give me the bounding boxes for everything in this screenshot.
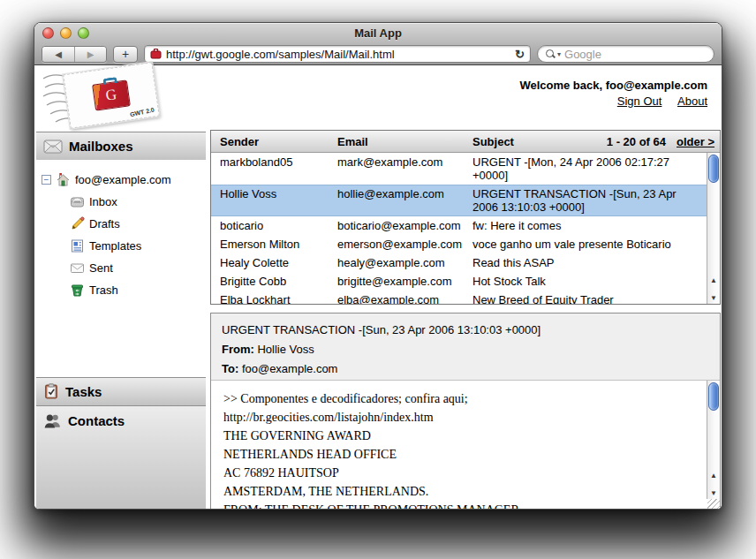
site-favicon-icon <box>150 49 162 59</box>
cell-subject: Read this ASAP <box>472 256 707 269</box>
search-placeholder: Google <box>564 48 601 61</box>
cell-subject: URGENT -[Mon, 24 Apr 2006 02:17:27 +0000… <box>472 155 707 182</box>
tasks-clipboard-icon <box>43 383 59 399</box>
sign-out-link[interactable]: Sign Out <box>617 94 662 108</box>
forward-button[interactable]: ▶ <box>74 47 106 62</box>
search-icon <box>545 49 556 59</box>
back-icon: ◀ <box>55 49 62 59</box>
url-text: http://gwt.google.com/samples/Mail/Mail.… <box>166 48 510 61</box>
browser-toolbar: ◀ ▶ + http://gwt.google.com/samples/Mail… <box>34 43 722 65</box>
mailboxes-tree: − foo@example.com <box>36 160 206 377</box>
tasks-title: Tasks <box>65 384 102 399</box>
cell-email: hollie@example.com <box>337 187 472 214</box>
new-tab-button[interactable]: + <box>113 46 138 63</box>
close-window-button[interactable] <box>42 27 54 39</box>
cell-sender: Emerson Milton <box>211 238 337 251</box>
tree-item-sent[interactable]: Sent <box>42 257 206 279</box>
search-chevron-icon: ▾ <box>557 50 561 58</box>
tree-item-trash[interactable]: Trash <box>42 279 206 301</box>
mail-row[interactable]: boticario boticario@example.com fw: Here… <box>211 216 707 235</box>
scroll-down-icon[interactable]: ▼ <box>710 490 717 497</box>
mail-row[interactable]: Elba Lockhart elba@example.com New Breed… <box>211 291 707 304</box>
mail-row[interactable]: markboland05 mark@example.com URGENT -[M… <box>211 153 707 185</box>
cell-email: elba@example.com <box>337 293 472 304</box>
minimize-window-button[interactable] <box>60 27 72 39</box>
address-bar[interactable]: http://gwt.google.com/samples/Mail/Mail.… <box>144 45 531 63</box>
zoom-window-button[interactable] <box>78 27 89 39</box>
sidebar-section-tasks[interactable]: Tasks <box>36 377 206 405</box>
message-body-pane[interactable]: >> Componentes e decodificadores; confir… <box>211 381 720 510</box>
gwt-logo-stamp: G GWT 2.0 <box>63 62 160 129</box>
welcome-text: Welcome back, foo@example.com <box>519 79 707 92</box>
message-body-scrollbar[interactable]: ▲ ▼ <box>707 381 720 499</box>
back-button[interactable]: ◀ <box>42 47 74 62</box>
message-detail-panel: URGENT TRANSACTION -[Sun, 23 Apr 2006 13… <box>210 313 721 510</box>
mail-list-header: Sender Email Subject 1 - 20 of 64 older … <box>211 131 720 153</box>
scrollbar-thumb[interactable] <box>708 155 719 183</box>
tree-item-account[interactable]: − foo@example.com <box>42 169 206 191</box>
app-content: G GWT 2.0 Welcome back, foo@example.com … <box>34 66 722 509</box>
sidebar-section-mailboxes[interactable]: Mailboxes <box>36 132 206 160</box>
logo-caption: GWT 2.0 <box>130 106 155 117</box>
folder-label: Trash <box>89 283 118 297</box>
scroll-up-icon[interactable]: ▲ <box>710 472 717 480</box>
mail-list-scrollbar[interactable]: ▲ ▼ <box>707 153 720 304</box>
mailboxes-envelope-icon <box>43 140 63 154</box>
cell-email: boticario@example.com <box>337 219 472 232</box>
plus-icon: + <box>122 47 129 61</box>
message-subject: URGENT TRANSACTION -[Sun, 23 Apr 2006 13… <box>222 321 709 340</box>
column-header-subject: Subject <box>472 135 607 148</box>
cell-email: healy@example.com <box>337 256 472 269</box>
window-titlebar[interactable]: Mail App <box>34 23 722 43</box>
cell-subject: voce ganho um vale presente Boticario <box>472 238 707 251</box>
to-label: To: <box>222 362 238 375</box>
message-body-text: >> Componentes e decodificadores; confir… <box>211 381 720 510</box>
tree-item-templates[interactable]: Templates <box>42 235 206 257</box>
from-label: From: <box>222 343 254 356</box>
contacts-title: Contacts <box>68 413 125 428</box>
reload-icon[interactable]: ↻ <box>515 48 525 61</box>
scrollbar-thumb[interactable] <box>708 382 719 411</box>
cell-email: brigitte@example.com <box>337 275 472 288</box>
message-header: URGENT TRANSACTION -[Sun, 23 Apr 2006 13… <box>211 313 720 381</box>
mail-rows: markboland05 mark@example.com URGENT -[M… <box>211 153 707 304</box>
sidebar-section-contacts[interactable]: Contacts <box>36 405 206 510</box>
scroll-down-icon[interactable]: ▼ <box>710 295 717 302</box>
from-value: Hollie Voss <box>257 343 314 356</box>
home-icon <box>56 172 71 187</box>
mail-row[interactable]: Healy Colette healy@example.com Read thi… <box>211 253 707 272</box>
cell-sender: markboland05 <box>211 155 337 182</box>
scroll-up-icon[interactable]: ▲ <box>710 277 717 284</box>
page-range-label: 1 - 20 of 64 <box>607 135 666 148</box>
mail-list-panel: Sender Email Subject 1 - 20 of 64 older … <box>210 130 721 305</box>
search-input[interactable]: ▾ Google <box>537 45 714 63</box>
older-page-link[interactable]: older > <box>677 135 714 148</box>
cell-email: emerson@example.com <box>337 238 472 251</box>
tree-collapse-icon[interactable]: − <box>42 175 51 185</box>
cell-subject: Hot Stock Talk <box>472 275 707 288</box>
folder-label: Templates <box>89 239 141 253</box>
column-header-sender: Sender <box>211 135 337 148</box>
column-header-email: Email <box>337 135 472 148</box>
mail-row[interactable]: Brigitte Cobb brigitte@example.com Hot S… <box>211 272 707 291</box>
resize-grip[interactable] <box>707 499 720 510</box>
trash-icon <box>70 283 85 298</box>
folder-label: Drafts <box>89 217 120 230</box>
pencil-icon <box>70 216 85 231</box>
tree-item-inbox[interactable]: Inbox <box>42 191 206 213</box>
gwt-toolbox-icon: G <box>92 79 131 110</box>
cell-sender: Brigitte Cobb <box>211 275 337 288</box>
about-link[interactable]: About <box>677 94 707 108</box>
mail-row-selected[interactable]: Hollie Voss hollie@example.com URGENT TR… <box>211 185 707 216</box>
folder-label: Sent <box>89 261 113 275</box>
cell-sender: Hollie Voss <box>211 187 337 214</box>
inbox-icon <box>70 194 85 209</box>
tree-item-drafts[interactable]: Drafts <box>42 213 206 235</box>
cell-subject: URGENT TRANSACTION -[Sun, 23 Apr 2006 13… <box>472 187 707 214</box>
cell-subject: fw: Here it comes <box>472 219 707 232</box>
cell-sender: Healy Colette <box>211 256 337 269</box>
document-icon <box>70 238 85 253</box>
folder-label: Inbox <box>89 195 117 208</box>
mail-row[interactable]: Emerson Milton emerson@example.com voce … <box>211 235 707 253</box>
to-value: foo@example.com <box>242 362 338 375</box>
